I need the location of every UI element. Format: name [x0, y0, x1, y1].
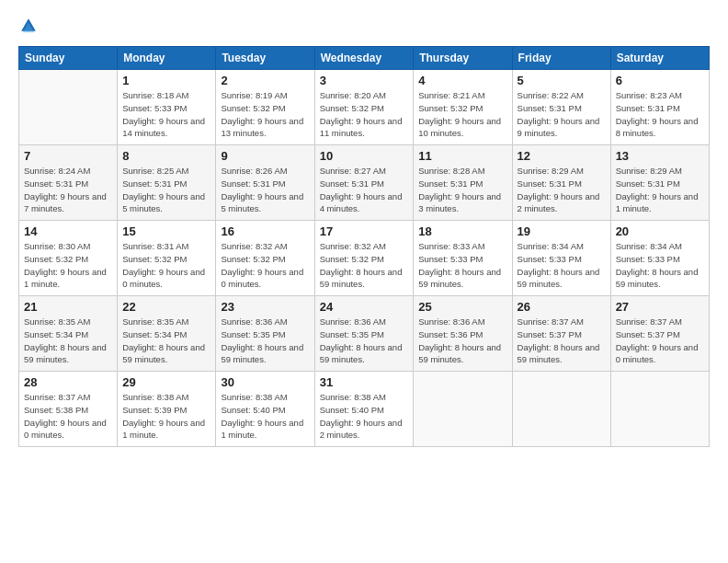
calendar-cell: 6Sunrise: 8:23 AM Sunset: 5:31 PM Daylig… — [610, 70, 709, 145]
calendar-cell: 31Sunrise: 8:38 AM Sunset: 5:40 PM Dayli… — [314, 372, 414, 447]
calendar-table: SundayMondayTuesdayWednesdayThursdayFrid… — [18, 46, 710, 447]
day-info: Sunrise: 8:22 AM Sunset: 5:31 PM Dayligh… — [518, 89, 606, 140]
calendar-cell: 20Sunrise: 8:34 AM Sunset: 5:33 PM Dayli… — [610, 221, 709, 296]
day-number: 4 — [418, 74, 506, 87]
day-info: Sunrise: 8:34 AM Sunset: 5:33 PM Dayligh… — [518, 240, 606, 291]
day-number: 29 — [122, 375, 210, 389]
day-info: Sunrise: 8:18 AM Sunset: 5:33 PM Dayligh… — [122, 89, 210, 140]
calendar-cell — [414, 372, 512, 447]
day-info: Sunrise: 8:24 AM Sunset: 5:31 PM Dayligh… — [24, 165, 112, 215]
day-info: Sunrise: 8:33 AM Sunset: 5:33 PM Dayligh… — [418, 240, 506, 291]
day-info: Sunrise: 8:19 AM Sunset: 5:32 PM Dayligh… — [221, 89, 309, 140]
calendar-week-row: 1Sunrise: 8:18 AM Sunset: 5:33 PM Daylig… — [19, 70, 710, 145]
calendar-week-row: 21Sunrise: 8:35 AM Sunset: 5:34 PM Dayli… — [19, 296, 710, 372]
day-info: Sunrise: 8:36 AM Sunset: 5:35 PM Dayligh… — [221, 316, 309, 366]
day-info: Sunrise: 8:21 AM Sunset: 5:32 PM Dayligh… — [418, 89, 506, 140]
calendar-cell: 14Sunrise: 8:30 AM Sunset: 5:32 PM Dayli… — [19, 221, 118, 296]
calendar-cell: 24Sunrise: 8:36 AM Sunset: 5:35 PM Dayli… — [314, 296, 414, 372]
day-number: 31 — [320, 375, 409, 389]
calendar-cell: 13Sunrise: 8:29 AM Sunset: 5:31 PM Dayli… — [610, 145, 709, 221]
day-info: Sunrise: 8:35 AM Sunset: 5:34 PM Dayligh… — [122, 316, 210, 366]
day-info: Sunrise: 8:37 AM Sunset: 5:38 PM Dayligh… — [24, 391, 112, 442]
day-number: 10 — [320, 149, 409, 163]
day-number: 9 — [221, 149, 309, 163]
day-info: Sunrise: 8:38 AM Sunset: 5:39 PM Dayligh… — [122, 391, 210, 442]
day-number: 14 — [24, 224, 112, 238]
calendar-cell: 3Sunrise: 8:20 AM Sunset: 5:32 PM Daylig… — [314, 70, 414, 145]
logo-icon — [18, 17, 39, 37]
calendar-cell: 1Sunrise: 8:18 AM Sunset: 5:33 PM Daylig… — [118, 70, 216, 145]
day-info: Sunrise: 8:34 AM Sunset: 5:33 PM Dayligh… — [616, 240, 704, 291]
calendar-week-row: 28Sunrise: 8:37 AM Sunset: 5:38 PM Dayli… — [19, 372, 710, 447]
day-number: 18 — [418, 224, 506, 238]
page: SundayMondayTuesdayWednesdayThursdayFrid… — [0, 0, 728, 563]
header — [18, 17, 710, 37]
day-info: Sunrise: 8:32 AM Sunset: 5:32 PM Dayligh… — [221, 240, 309, 291]
calendar-cell: 27Sunrise: 8:37 AM Sunset: 5:37 PM Dayli… — [610, 296, 709, 372]
calendar-cell — [610, 372, 709, 447]
day-number: 11 — [418, 149, 506, 163]
day-info: Sunrise: 8:38 AM Sunset: 5:40 PM Dayligh… — [320, 391, 409, 442]
day-number: 12 — [518, 149, 606, 163]
calendar-cell: 8Sunrise: 8:25 AM Sunset: 5:31 PM Daylig… — [118, 145, 216, 221]
weekday-header: Sunday — [19, 47, 118, 70]
calendar-header-row: SundayMondayTuesdayWednesdayThursdayFrid… — [19, 47, 710, 70]
weekday-header: Monday — [118, 47, 216, 70]
day-number: 2 — [221, 74, 309, 87]
day-info: Sunrise: 8:36 AM Sunset: 5:36 PM Dayligh… — [418, 316, 506, 366]
day-number: 3 — [320, 74, 409, 87]
day-info: Sunrise: 8:30 AM Sunset: 5:32 PM Dayligh… — [24, 240, 112, 291]
day-info: Sunrise: 8:29 AM Sunset: 5:31 PM Dayligh… — [518, 165, 606, 215]
day-number: 25 — [418, 300, 506, 314]
day-number: 1 — [122, 74, 210, 87]
day-info: Sunrise: 8:25 AM Sunset: 5:31 PM Dayligh… — [122, 165, 210, 215]
day-info: Sunrise: 8:36 AM Sunset: 5:35 PM Dayligh… — [320, 316, 409, 366]
calendar-cell: 21Sunrise: 8:35 AM Sunset: 5:34 PM Dayli… — [19, 296, 118, 372]
calendar-cell — [19, 70, 118, 145]
day-number: 6 — [616, 74, 704, 87]
logo — [18, 17, 40, 37]
calendar-cell: 2Sunrise: 8:19 AM Sunset: 5:32 PM Daylig… — [216, 70, 314, 145]
calendar-week-row: 14Sunrise: 8:30 AM Sunset: 5:32 PM Dayli… — [19, 221, 710, 296]
day-info: Sunrise: 8:29 AM Sunset: 5:31 PM Dayligh… — [616, 165, 704, 215]
day-number: 13 — [616, 149, 704, 163]
calendar-cell — [512, 372, 610, 447]
calendar-cell: 12Sunrise: 8:29 AM Sunset: 5:31 PM Dayli… — [512, 145, 610, 221]
calendar-cell: 10Sunrise: 8:27 AM Sunset: 5:31 PM Dayli… — [314, 145, 414, 221]
weekday-header: Thursday — [414, 47, 512, 70]
calendar-cell: 19Sunrise: 8:34 AM Sunset: 5:33 PM Dayli… — [512, 221, 610, 296]
day-info: Sunrise: 8:28 AM Sunset: 5:31 PM Dayligh… — [418, 165, 506, 215]
calendar-cell: 9Sunrise: 8:26 AM Sunset: 5:31 PM Daylig… — [216, 145, 314, 221]
calendar-cell: 29Sunrise: 8:38 AM Sunset: 5:39 PM Dayli… — [118, 372, 216, 447]
weekday-header: Tuesday — [216, 47, 314, 70]
weekday-header: Saturday — [610, 47, 709, 70]
calendar-cell: 5Sunrise: 8:22 AM Sunset: 5:31 PM Daylig… — [512, 70, 610, 145]
calendar-cell: 4Sunrise: 8:21 AM Sunset: 5:32 PM Daylig… — [414, 70, 512, 145]
calendar-cell: 28Sunrise: 8:37 AM Sunset: 5:38 PM Dayli… — [19, 372, 118, 447]
weekday-header: Wednesday — [314, 47, 414, 70]
day-number: 27 — [616, 300, 704, 314]
day-number: 28 — [24, 375, 112, 389]
calendar-cell: 16Sunrise: 8:32 AM Sunset: 5:32 PM Dayli… — [216, 221, 314, 296]
day-info: Sunrise: 8:26 AM Sunset: 5:31 PM Dayligh… — [221, 165, 309, 215]
day-number: 23 — [221, 300, 309, 314]
day-number: 19 — [518, 224, 606, 238]
day-info: Sunrise: 8:37 AM Sunset: 5:37 PM Dayligh… — [616, 316, 704, 366]
day-number: 22 — [122, 300, 210, 314]
day-info: Sunrise: 8:38 AM Sunset: 5:40 PM Dayligh… — [221, 391, 309, 442]
calendar-week-row: 7Sunrise: 8:24 AM Sunset: 5:31 PM Daylig… — [19, 145, 710, 221]
calendar-cell: 15Sunrise: 8:31 AM Sunset: 5:32 PM Dayli… — [118, 221, 216, 296]
day-info: Sunrise: 8:32 AM Sunset: 5:32 PM Dayligh… — [320, 240, 409, 291]
day-number: 21 — [24, 300, 112, 314]
calendar-cell: 18Sunrise: 8:33 AM Sunset: 5:33 PM Dayli… — [414, 221, 512, 296]
day-info: Sunrise: 8:23 AM Sunset: 5:31 PM Dayligh… — [616, 89, 704, 140]
calendar-cell: 26Sunrise: 8:37 AM Sunset: 5:37 PM Dayli… — [512, 296, 610, 372]
day-number: 30 — [221, 375, 309, 389]
calendar-cell: 23Sunrise: 8:36 AM Sunset: 5:35 PM Dayli… — [216, 296, 314, 372]
calendar-cell: 17Sunrise: 8:32 AM Sunset: 5:32 PM Dayli… — [314, 221, 414, 296]
calendar-cell: 11Sunrise: 8:28 AM Sunset: 5:31 PM Dayli… — [414, 145, 512, 221]
day-number: 20 — [616, 224, 704, 238]
calendar-cell: 25Sunrise: 8:36 AM Sunset: 5:36 PM Dayli… — [414, 296, 512, 372]
day-number: 15 — [122, 224, 210, 238]
day-info: Sunrise: 8:20 AM Sunset: 5:32 PM Dayligh… — [320, 89, 409, 140]
